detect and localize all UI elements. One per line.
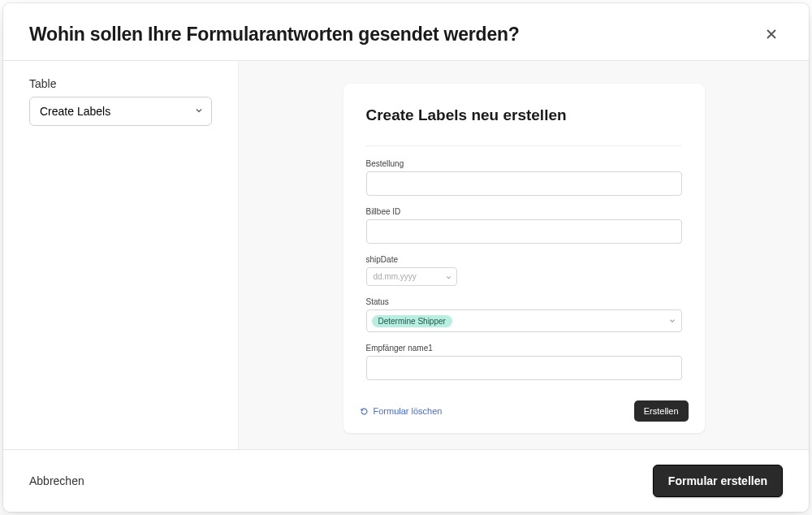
table-select-value: Create Labels xyxy=(40,105,110,118)
label-bestellung: Bestellung xyxy=(366,159,682,168)
preview-area: Create Labels neu erstellen Bestellung B… xyxy=(239,61,809,449)
modal-body: Table Create Labels Create Labels neu er… xyxy=(3,61,809,449)
chevron-down-icon xyxy=(668,314,676,328)
form-card: Create Labels neu erstellen Bestellung B… xyxy=(343,84,705,433)
form-card-footer: Formular löschen Erstellen xyxy=(343,389,705,433)
input-billbee[interactable] xyxy=(366,219,682,244)
label-name1: Empfänger name1 xyxy=(366,344,682,353)
field-bestellung: Bestellung xyxy=(366,159,682,196)
field-billbee: Billbee ID xyxy=(366,207,682,244)
modal-header: Wohin sollen Ihre Formularantworten gese… xyxy=(3,3,809,61)
reset-form-label: Formular löschen xyxy=(374,406,443,416)
close-icon xyxy=(766,28,777,40)
table-select[interactable]: Create Labels xyxy=(29,97,212,126)
field-name1: Empfänger name1 xyxy=(366,344,682,380)
form-card-inner: Create Labels neu erstellen Bestellung B… xyxy=(343,84,705,389)
chevron-down-icon xyxy=(445,270,452,284)
cancel-button[interactable]: Abbrechen xyxy=(29,474,84,487)
create-form-button[interactable]: Formular erstellen xyxy=(653,465,783,497)
label-shipdate: shipDate xyxy=(366,255,682,264)
table-select-wrap: Create Labels xyxy=(29,97,212,126)
modal-title: Wohin sollen Ihre Formularantworten gese… xyxy=(29,24,520,45)
modal-footer: Abbrechen Formular erstellen xyxy=(3,449,809,512)
table-label: Table xyxy=(29,77,212,90)
sidebar: Table Create Labels xyxy=(3,61,239,449)
form-card-title: Create Labels neu erstellen xyxy=(366,106,682,124)
reset-form-button[interactable]: Formular löschen xyxy=(360,406,443,416)
divider xyxy=(366,145,682,146)
card-submit-button[interactable]: Erstellen xyxy=(634,400,689,422)
select-status[interactable]: Determine Shipper xyxy=(366,309,682,332)
input-name1[interactable] xyxy=(366,356,682,380)
input-shipdate[interactable]: dd.mm.yyyy xyxy=(366,267,457,286)
modal: Wohin sollen Ihre Formularantworten gese… xyxy=(3,3,809,512)
label-status: Status xyxy=(366,297,682,306)
input-bestellung[interactable] xyxy=(366,171,682,196)
status-badge: Determine Shipper xyxy=(372,315,452,327)
close-button[interactable] xyxy=(760,23,783,45)
label-billbee: Billbee ID xyxy=(366,207,682,216)
field-shipdate: shipDate dd.mm.yyyy xyxy=(366,255,682,286)
reset-icon xyxy=(360,407,369,416)
field-status: Status Determine Shipper xyxy=(366,297,682,332)
